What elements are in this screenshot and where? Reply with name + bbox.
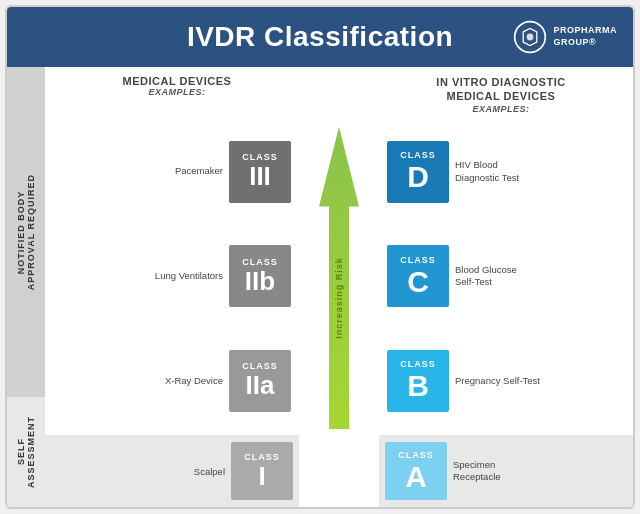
device-label-glucose: Blood GlucoseSelf-Test (449, 264, 625, 289)
medical-devices-header: MEDICAL DEVICES Examples: (55, 75, 299, 117)
content-area: MEDICAL DEVICES Examples: IN VITRO DIAGN… (45, 67, 633, 507)
left-column: Pacemaker CLASS III Lung Ventilators CLA… (45, 121, 299, 435)
notified-body-label: Notified BodyApproval Required (7, 67, 45, 397)
self-middle (299, 435, 379, 507)
class-box-IIb: CLASS IIb (229, 245, 291, 307)
class-box-D: CLASS D (387, 141, 449, 203)
side-labels: Notified BodyApproval Required SelfAsses… (7, 67, 45, 507)
self-assessment-row: Scalpel CLASS I CLASS A (45, 435, 633, 507)
self-right: CLASS A SpecimenReceptacle (379, 435, 633, 507)
device-label-pregnancy: Pregnancy Self-Test (449, 375, 625, 387)
list-item: Lung Ventilators CLASS IIb (53, 226, 291, 327)
svg-point-1 (527, 34, 534, 41)
list-item: CLASS C Blood GlucoseSelf-Test (387, 226, 625, 327)
right-column: CLASS D HIV BloodDiagnostic Test CLASS C… (379, 121, 633, 435)
scalpel-label: Scalpel (194, 466, 231, 477)
device-label-pacemaker: Pacemaker (53, 165, 229, 177)
class-box-B: CLASS B (387, 350, 449, 412)
class-box-I: CLASS I (231, 442, 293, 500)
class-box-IIa: CLASS IIa (229, 350, 291, 412)
header: IVDR Classification PROPHARMA GROUP® (7, 7, 633, 67)
device-label-xray: X-Ray Device (53, 375, 229, 387)
device-label-hiv: HIV BloodDiagnostic Test (449, 159, 625, 184)
page-title: IVDR Classification (187, 21, 453, 53)
increasing-risk-label: Increasing Risk (334, 257, 344, 339)
column-headers: MEDICAL DEVICES Examples: IN VITRO DIAGN… (45, 67, 633, 121)
class-box-III: CLASS III (229, 141, 291, 203)
list-item: X-Ray Device CLASS IIa (53, 330, 291, 431)
class-box-C: CLASS C (387, 245, 449, 307)
device-label-ventilator: Lung Ventilators (53, 270, 229, 282)
self-left: Scalpel CLASS I (45, 435, 299, 507)
specimen-label: SpecimenReceptacle (447, 459, 501, 484)
logo-icon (513, 20, 547, 54)
logo-text: PROPHARMA GROUP® (553, 25, 617, 48)
rows-area: Pacemaker CLASS III Lung Ventilators CLA… (45, 121, 633, 435)
list-item: Pacemaker CLASS III (53, 121, 291, 222)
main-content: Notified BodyApproval Required SelfAsses… (7, 67, 633, 507)
ivdr-header: IN VITRO DIAGNOSTICMEDICAL DEVICES Examp… (379, 75, 623, 117)
list-item: CLASS B Pregnancy Self-Test (387, 330, 625, 431)
list-item: CLASS D HIV BloodDiagnostic Test (387, 121, 625, 222)
class-box-A: CLASS A (385, 442, 447, 500)
arrow-column: Increasing Risk (299, 121, 379, 435)
main-card: IVDR Classification PROPHARMA GROUP® Not… (5, 5, 635, 509)
self-assessment-label: SelfAssessment (7, 397, 45, 507)
logo: PROPHARMA GROUP® (513, 20, 617, 54)
